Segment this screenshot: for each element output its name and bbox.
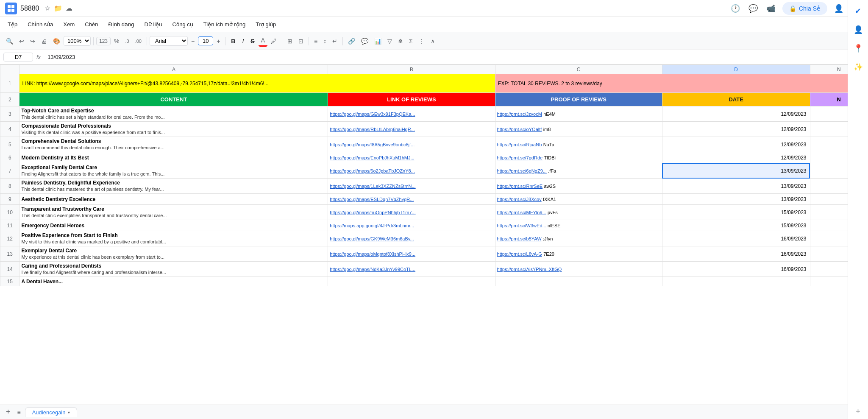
formula-input[interactable] xyxy=(44,53,865,61)
menu-dinh-dang[interactable]: Định dạng xyxy=(104,20,138,29)
cell-9-c[interactable]: https://prnt.sc/J8Xcov tXKA1 xyxy=(495,194,662,205)
paint-format-btn[interactable]: 🎨 xyxy=(50,36,63,46)
menu-du-lieu[interactable]: Dữ liệu xyxy=(140,20,167,29)
chart-btn[interactable]: 📊 xyxy=(372,36,384,46)
cell-8-c[interactable]: https://prnt.sc/RnrSeE aw2S xyxy=(495,179,662,194)
comment-insert-btn[interactable]: 💬 xyxy=(359,36,371,46)
menu-tien-ich[interactable]: Tiện ích mở rộng xyxy=(199,20,250,29)
menu-chinh-sua[interactable]: Chỉnh sửa xyxy=(23,20,57,29)
functions-btn[interactable]: Σ xyxy=(406,36,415,46)
menu-tep[interactable]: Tệp xyxy=(3,20,22,29)
text-color-btn[interactable]: A xyxy=(259,35,267,47)
add-sheet-btn[interactable]: + xyxy=(3,407,13,417)
cell-5-b[interactable]: https://goo.gl/maps/f8A5gBvve9onbc8jf... xyxy=(328,137,495,152)
highlight-btn[interactable]: 🖊 xyxy=(268,36,279,46)
decrease-decimal-btn[interactable]: .0 xyxy=(122,37,131,45)
share-button[interactable]: 🔒 Chia Sẻ xyxy=(782,2,827,15)
cell-11-b[interactable]: https://maps.app.goo.gl/4JrPdr3mLnmr... xyxy=(328,220,495,231)
sidebar-person-btn[interactable]: 👤 xyxy=(851,22,866,37)
more-btn[interactable]: ⋮ xyxy=(416,36,427,46)
cell-4-b[interactable]: https://goo.gl/maps/RbLtLAbrp6haiHgR... xyxy=(328,122,495,137)
row-header-5: 5 xyxy=(0,137,19,152)
menu-cong-cu[interactable]: Công cụ xyxy=(168,20,198,29)
cell-11-a: Emergency Dental Heroes xyxy=(19,220,328,231)
cell-10-c[interactable]: https://prnt.sc/MFYln9... pvFs xyxy=(495,205,662,220)
decrease-font-btn[interactable]: − xyxy=(189,36,197,46)
corner-cell xyxy=(0,65,19,74)
collapse-toolbar-btn[interactable]: ∧ xyxy=(428,36,437,46)
cell-reference[interactable] xyxy=(3,53,33,61)
cell-12-c[interactable]: https://prnt.sc/b5YAW :Jfyn xyxy=(495,231,662,246)
folder-icon[interactable]: 📁 xyxy=(54,4,62,12)
cell-8-b[interactable]: https://goo.gl/maps/1Lek3XZZNZs6tmN... xyxy=(328,179,495,194)
cell-14-b[interactable]: https://goo.gl/maps/NdKa3JnYv99CoTL... xyxy=(328,262,495,277)
comment-btn[interactable]: 💬 xyxy=(747,2,760,15)
sheets-menu-btn[interactable]: ≡ xyxy=(15,408,23,416)
col-header-c[interactable]: C xyxy=(495,65,662,74)
cell-13-c[interactable]: https://prnt.sc/L8vA-G 7E20 xyxy=(495,246,662,262)
cell-7-b[interactable]: https://goo.gl/maps/6o2JpbaTbJQZnY8... xyxy=(328,163,495,179)
cell-7-d[interactable]: 13/09/2023 xyxy=(662,163,810,179)
redo-btn[interactable]: ↪ xyxy=(28,36,38,46)
cell-13-b[interactable]: https://goo.gl/maps/oMqntof8XishPHix9... xyxy=(328,246,495,262)
undo-btn[interactable]: ↩ xyxy=(17,36,27,46)
cell-9-b[interactable]: https://goo.gl/maps/ESLDqn7VqZhyqR... xyxy=(328,194,495,205)
search-btn[interactable]: 🔍 xyxy=(3,36,16,46)
increase-decimal-btn[interactable]: .00 xyxy=(133,37,144,45)
cell-14-c[interactable]: https://prnt.sc/AisYPNm..XftGQ xyxy=(495,262,662,277)
fx-label: fx xyxy=(36,54,41,60)
table-row: 15 A Dental Haven... xyxy=(0,277,868,286)
account-btn[interactable]: 👤 xyxy=(832,2,845,15)
font-size-input[interactable] xyxy=(198,36,213,45)
freeze-btn[interactable]: ❄ xyxy=(395,36,406,46)
star-icon[interactable]: ☆ xyxy=(45,4,50,12)
cell-4-c[interactable]: https://prnt.sc/oYOaltf im8 xyxy=(495,122,662,137)
wrap-btn[interactable]: ↵ xyxy=(330,36,340,46)
cell-7-c[interactable]: https://prnt.sc/6gNgZ9... .fFa xyxy=(495,163,662,179)
cell-6-b[interactable]: https://goo.gl/maps/EnoPbJhXuM1hMJ... xyxy=(328,152,495,163)
percent-btn[interactable]: % xyxy=(111,36,122,46)
table-row: 11 Emergency Dental Heroes https://maps.… xyxy=(0,220,868,231)
cell-6-a: Modern Dentistry at Its Best xyxy=(19,152,328,163)
col-header-a[interactable]: A xyxy=(19,65,328,74)
cell-3-b[interactable]: https://goo.gl/maps/GEw3x91F3pQEKa... xyxy=(328,106,495,122)
italic-btn[interactable]: I xyxy=(239,36,247,46)
zoom-select[interactable]: 100% xyxy=(64,36,91,46)
align-btn[interactable]: ≡ xyxy=(312,36,320,46)
cell-5-c[interactable]: https://prnt.sc/RjuaNb NuTx xyxy=(495,137,662,152)
bold-btn[interactable]: B xyxy=(228,36,238,46)
cell-6-c[interactable]: https://prnt.sc/7gdRde TfDBi xyxy=(495,152,662,163)
menu-chen[interactable]: Chèn xyxy=(81,20,102,29)
link-btn[interactable]: 🔗 xyxy=(345,36,358,46)
cell-2-a: CONTENT xyxy=(19,93,328,106)
lock-icon: 🔒 xyxy=(789,5,796,12)
print-btn[interactable]: 🖨 xyxy=(39,36,50,46)
valign-btn[interactable]: ↕ xyxy=(321,36,329,46)
cell-10-b[interactable]: https://goo.gl/maps/nuQnpPNhhjbT1m7... xyxy=(328,205,495,220)
app-icon xyxy=(5,3,17,14)
merge-btn[interactable]: ⊡ xyxy=(296,36,306,46)
sheet-tab-audiencegain[interactable]: Audiencegain ▾ xyxy=(25,407,78,417)
font-family-select[interactable]: Arial xyxy=(150,36,188,46)
increase-font-btn[interactable]: + xyxy=(214,36,223,46)
format-btn[interactable]: 123 xyxy=(96,37,111,45)
menu-tro-giup[interactable]: Trợ giúp xyxy=(251,20,280,29)
filter-btn[interactable]: ▽ xyxy=(385,36,395,46)
sidebar-sparkle-btn[interactable]: ✨ xyxy=(851,59,866,75)
sidebar-check-btn[interactable]: ✔ xyxy=(851,3,866,19)
cell-11-c[interactable]: https://prnt.sc/W3wEd... nlESE xyxy=(495,220,662,231)
cloud-icon[interactable]: ☁ xyxy=(66,4,72,12)
borders-btn[interactable]: ⊞ xyxy=(285,36,295,46)
cell-4-a: Compassionate Dental ProfessionalsVisiti… xyxy=(19,122,328,137)
cell-8-d: 13/09/2023 xyxy=(662,179,810,194)
cell-3-c[interactable]: https://prnt.sc/JzvocM nE4M xyxy=(495,106,662,122)
sidebar-map-btn[interactable]: 📍 xyxy=(851,41,866,56)
col-header-d[interactable]: D xyxy=(662,65,810,74)
cell-12-b[interactable]: https://goo.gl/maps/GK9WeM36m6aBy... xyxy=(328,231,495,246)
sidebar-add-btn[interactable]: + xyxy=(851,404,866,419)
history-btn[interactable]: 🕐 xyxy=(729,2,742,15)
menu-xem[interactable]: Xem xyxy=(59,20,79,29)
col-header-b[interactable]: B xyxy=(328,65,495,74)
video-btn[interactable]: 📹 xyxy=(765,2,777,15)
strikethrough-btn[interactable]: S xyxy=(248,36,257,46)
